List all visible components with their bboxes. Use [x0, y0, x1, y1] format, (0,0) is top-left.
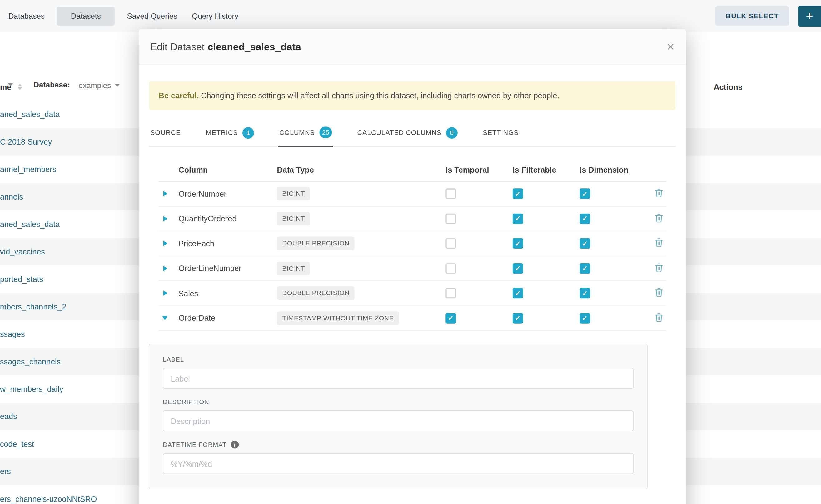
label-field-label: LABEL — [163, 356, 634, 363]
add-dataset-button[interactable]: + — [798, 6, 821, 27]
nav-item-datasets[interactable]: Datasets — [57, 7, 114, 25]
nav-item-databases[interactable]: Databases — [1, 7, 52, 25]
is-filterable-checkbox[interactable]: ✓ — [513, 189, 523, 199]
dataset-link[interactable]: mbers_channels_2 — [0, 302, 66, 311]
data-type-cell: DOUBLE PRECISION — [277, 286, 446, 300]
delete-column-button[interactable] — [651, 263, 666, 274]
delete-column-button[interactable] — [651, 189, 666, 199]
description-input[interactable] — [163, 410, 634, 431]
dataset-link[interactable]: vid_vaccines — [0, 247, 45, 256]
is-dimension-checkbox[interactable]: ✓ — [580, 213, 590, 224]
tab-label: METRICS — [206, 129, 238, 136]
is-dimension-checkbox[interactable]: ✓ — [580, 313, 590, 324]
trash-icon — [655, 263, 663, 274]
dataset-link[interactable]: ers_channels-uzooNNtSRO — [0, 494, 97, 503]
is-temporal-checkbox[interactable] — [446, 288, 456, 299]
dataset-link[interactable]: eads — [0, 412, 17, 421]
datetime-format-input[interactable] — [163, 453, 634, 474]
is-filterable-checkbox[interactable]: ✓ — [513, 213, 523, 224]
expand-caret-icon[interactable] — [163, 216, 167, 221]
dataset-link[interactable]: aned_sales_data — [0, 220, 60, 229]
column-name: OrderDate — [179, 314, 277, 322]
dataset-link[interactable]: code_test — [0, 439, 34, 448]
data-type-cell: TIMESTAMP WITHOUT TIME ZONE — [277, 311, 446, 325]
delete-column-button[interactable] — [651, 238, 666, 249]
warning-banner: Be careful. Changing these settings will… — [149, 81, 675, 110]
trash-icon — [655, 238, 663, 249]
nav-item-query-history[interactable]: Query History — [185, 7, 245, 25]
dataset-link[interactable]: w_members_daily — [0, 384, 63, 393]
datetime-format-label-text: DATETIME FORMAT — [163, 441, 226, 448]
dataset-link[interactable]: ssages_channels — [0, 357, 61, 366]
tab-metrics[interactable]: METRICS1 — [205, 120, 255, 146]
trash-icon — [655, 313, 663, 324]
is-temporal-checkbox[interactable] — [446, 238, 456, 249]
data-type-pill: BIGINT — [277, 187, 310, 201]
column-detail-panel: LABEL DESCRIPTION DATETIME FORMAT i — [149, 344, 648, 489]
delete-column-button[interactable] — [651, 313, 666, 324]
tab-columns[interactable]: COLUMNS25 — [278, 120, 333, 147]
data-type-header: Data Type — [277, 165, 446, 174]
is-filterable-checkbox[interactable]: ✓ — [513, 288, 523, 299]
tab-settings[interactable]: SETTINGS — [482, 120, 520, 146]
tab-calculated-columns[interactable]: CALCULATED COLUMNS0 — [356, 120, 459, 146]
tab-label: SETTINGS — [483, 129, 519, 136]
app-viewport: Database: examples me Actions aned_sales… — [0, 0, 821, 504]
collapse-caret-icon[interactable] — [162, 316, 168, 320]
is-temporal-checkbox[interactable] — [446, 213, 456, 224]
delete-column-button[interactable] — [651, 213, 666, 224]
dataset-link[interactable]: ported_stats — [0, 274, 43, 283]
database-filter-value[interactable]: examples — [78, 81, 111, 90]
label-input[interactable] — [163, 368, 634, 389]
dataset-link[interactable]: annel_members — [0, 165, 56, 174]
dataset-link[interactable]: annels — [0, 192, 23, 201]
is-filterable-checkbox[interactable]: ✓ — [513, 263, 523, 274]
bulk-select-button[interactable]: BULK SELECT — [715, 6, 789, 26]
database-dropdown-caret-icon[interactable] — [115, 84, 120, 87]
data-type-pill: BIGINT — [277, 212, 310, 225]
dataset-link[interactable]: C 2018 Survey — [0, 137, 52, 146]
expand-caret-icon[interactable] — [163, 291, 167, 296]
column-row: SalesDOUBLE PRECISION✓✓ — [159, 281, 667, 306]
data-type-cell: BIGINT — [277, 187, 446, 201]
dataset-link[interactable]: ers — [0, 467, 11, 476]
dataset-link[interactable]: ssages — [0, 329, 25, 338]
is-dimension-checkbox[interactable]: ✓ — [580, 263, 590, 274]
columns-table-header: Column Data Type Is Temporal Is Filterab… — [159, 158, 667, 181]
is-temporal-checkbox[interactable] — [446, 263, 456, 274]
tab-count-badge: 0 — [446, 127, 458, 138]
is-filterable-header: Is Filterable — [513, 165, 580, 174]
dataset-link[interactable]: aned_sales_data — [0, 110, 60, 119]
warning-text: Changing these settings will affect all … — [199, 91, 559, 100]
data-type-pill: BIGINT — [277, 262, 310, 275]
close-icon[interactable]: × — [667, 40, 674, 53]
tab-count-badge: 25 — [319, 127, 332, 138]
top-navigation: Databases Datasets Saved Queries Query H… — [0, 0, 821, 32]
tab-label: COLUMNS — [279, 128, 315, 136]
is-temporal-checkbox[interactable] — [446, 189, 456, 199]
is-temporal-checkbox[interactable]: ✓ — [446, 313, 456, 324]
trash-icon — [655, 189, 663, 199]
name-column-header[interactable]: me — [0, 83, 11, 91]
info-icon[interactable]: i — [231, 441, 239, 448]
is-dimension-checkbox[interactable]: ✓ — [580, 288, 590, 299]
data-type-pill: DOUBLE PRECISION — [277, 237, 355, 250]
expand-caret-icon[interactable] — [163, 266, 167, 271]
is-dimension-checkbox[interactable]: ✓ — [580, 189, 590, 199]
is-filterable-checkbox[interactable]: ✓ — [513, 238, 523, 249]
delete-column-button[interactable] — [651, 288, 666, 299]
column-row: OrderDateTIMESTAMP WITHOUT TIME ZONE✓✓✓ — [159, 306, 667, 331]
tab-source[interactable]: SOURCE — [149, 120, 182, 146]
is-filterable-checkbox[interactable]: ✓ — [513, 313, 523, 324]
column-name: PriceEach — [179, 239, 277, 248]
column-name: OrderLineNumber — [179, 264, 277, 273]
sort-icon[interactable] — [18, 84, 22, 90]
expand-caret-icon[interactable] — [163, 241, 167, 246]
column-row: OrderNumberBIGINT✓✓ — [159, 182, 667, 207]
nav-item-saved-queries[interactable]: Saved Queries — [120, 7, 185, 25]
is-dimension-checkbox[interactable]: ✓ — [580, 238, 590, 249]
expand-caret-icon[interactable] — [163, 191, 167, 196]
columns-table-body: OrderNumberBIGINT✓✓QuantityOrderedBIGINT… — [159, 182, 667, 331]
column-header: Column — [179, 165, 277, 174]
database-filter-label: Database: — [33, 81, 70, 89]
